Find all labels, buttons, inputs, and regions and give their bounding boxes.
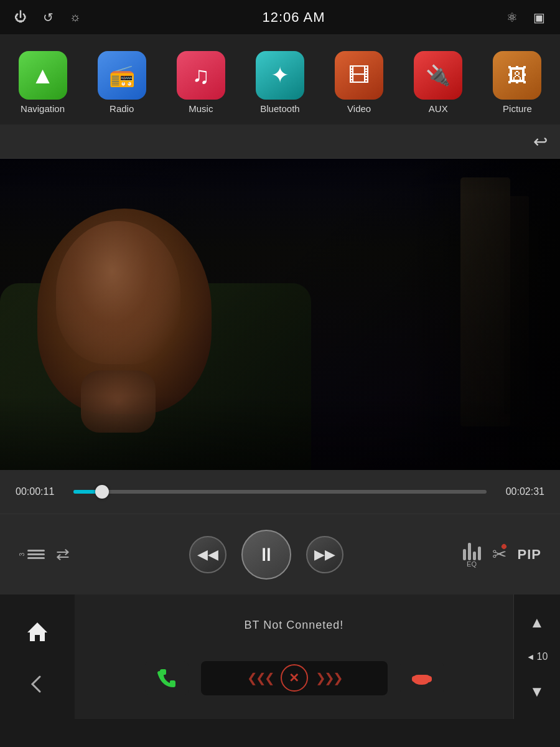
- picture-icon-box: 🖼: [493, 51, 541, 100]
- nav-label-picture: Picture: [503, 103, 532, 114]
- dial-arrows-left-icon: ❮❮❮: [247, 670, 273, 685]
- nav-label-music: Music: [189, 103, 213, 114]
- hangup-button[interactable]: [400, 661, 444, 695]
- pause-button[interactable]: ⏸: [241, 530, 291, 580]
- video-area: [0, 159, 560, 470]
- next-icon: ▶▶: [314, 547, 335, 563]
- dial-cancel-icon: ✕: [289, 670, 299, 685]
- dial-arrows-right-icon: ❯❯❯: [315, 670, 342, 685]
- video-scene: [0, 159, 560, 470]
- nav-label-navigation: Navigation: [21, 103, 65, 114]
- svg-marker-0: [27, 622, 47, 641]
- bottom-nav-left: [0, 594, 75, 719]
- video-icon-box: 🎞: [335, 51, 383, 100]
- phone-controls: ❮❮❮ ✕ ❯❯❯: [145, 661, 444, 695]
- bottom-vignette: [0, 395, 560, 470]
- home-icon: [26, 620, 49, 642]
- navigation-icon-box: ▲: [19, 51, 67, 100]
- volume-down-button[interactable]: ▼: [523, 677, 551, 705]
- bottom-bar: BT Not Conneted! ❮❮❮ ✕ ❯❯❯: [0, 594, 560, 719]
- aux-icon: 🔌: [426, 63, 450, 87]
- brightness-icon[interactable]: ☼: [66, 8, 85, 27]
- eq-label: EQ: [467, 560, 477, 568]
- bottom-center: BT Not Conneted! ❮❮❮ ✕ ❯❯❯: [75, 594, 513, 719]
- back-button[interactable]: ↩: [533, 131, 548, 152]
- nav-item-aux[interactable]: 🔌 AUX: [404, 51, 472, 114]
- nav-label-video: Video: [347, 103, 371, 114]
- volume-up-icon: ▲: [530, 614, 544, 631]
- radio-icon: 📻: [109, 63, 135, 88]
- video-icon: 🎞: [348, 63, 370, 88]
- dial-area[interactable]: ❮❮❮ ✕ ❯❯❯: [201, 661, 388, 695]
- toolbar: ↩: [0, 125, 560, 159]
- nav-bar: ▲ Navigation 📻 Radio ♫ Music ✦ Bluetooth…: [0, 34, 560, 125]
- prev-icon: ◀◀: [197, 547, 218, 563]
- nav-item-bluetooth[interactable]: ✦ Bluetooth: [246, 51, 314, 114]
- repeat-icon[interactable]: ⇄: [56, 545, 70, 564]
- next-button[interactable]: ▶▶: [306, 536, 343, 573]
- music-icon: ♫: [192, 62, 210, 89]
- controls-area: 3 ⇄ ◀◀ ⏸ ▶▶: [0, 514, 560, 594]
- status-bar: ⏻ ↺ ☼ 12:06 AM ⚛ ▣: [0, 0, 560, 34]
- pause-icon: ⏸: [257, 544, 276, 565]
- controls-left: 3 ⇄: [19, 545, 70, 564]
- nav-item-music[interactable]: ♫ Music: [167, 51, 235, 114]
- volume-value: 10: [537, 651, 548, 662]
- eq-button[interactable]: EQ: [463, 542, 481, 568]
- radio-icon-box: 📻: [98, 51, 146, 100]
- pip-button[interactable]: PIP: [518, 547, 541, 563]
- music-icon-box: ♫: [177, 51, 225, 100]
- nav-item-video[interactable]: 🎞 Video: [325, 51, 393, 114]
- power-icon[interactable]: ⏻: [11, 8, 30, 27]
- nav-label-radio: Radio: [110, 103, 134, 114]
- phone-answer-icon: [157, 668, 177, 688]
- picture-icon: 🖼: [507, 64, 527, 87]
- bluetooth-icon: ✦: [271, 62, 289, 88]
- volume-display: ◄ 10: [526, 651, 548, 662]
- navigation-icon: ▲: [31, 62, 55, 89]
- usb-icon: ⚛: [503, 8, 521, 27]
- home-button[interactable]: [21, 614, 55, 648]
- dial-cancel-button[interactable]: ✕: [281, 664, 308, 692]
- bluetooth-icon-box: ✦: [256, 51, 304, 100]
- window-icon[interactable]: ▣: [530, 8, 549, 27]
- back-nav-icon: [27, 674, 47, 694]
- clock: 12:06 AM: [263, 9, 325, 26]
- nav-item-navigation[interactable]: ▲ Navigation: [9, 51, 77, 114]
- status-icons-right: ⚛ ▣: [503, 8, 549, 27]
- refresh-icon[interactable]: ↺: [39, 8, 57, 27]
- bottom-right: ▲ ◄ 10 ▼: [513, 594, 560, 719]
- nav-label-aux: AUX: [429, 103, 448, 114]
- seekbar-thumb[interactable]: [95, 485, 109, 499]
- volume-up-button[interactable]: ▲: [523, 608, 551, 636]
- nav-item-radio[interactable]: 📻 Radio: [88, 51, 156, 114]
- prev-button[interactable]: ◀◀: [189, 536, 226, 573]
- volume-down-icon: ▼: [530, 683, 544, 700]
- aux-icon-box: 🔌: [414, 51, 462, 100]
- playlist-icon[interactable]: 3: [19, 550, 45, 559]
- controls-right: EQ ✂ PIP: [463, 542, 541, 568]
- total-time: 00:02:31: [498, 486, 544, 497]
- volume-speaker-icon: ◄: [526, 652, 535, 662]
- phone-hangup-icon: [411, 671, 432, 685]
- nav-item-picture[interactable]: 🖼 Picture: [483, 51, 551, 114]
- current-time: 00:00:11: [16, 486, 62, 497]
- status-icons-left: ⏻ ↺ ☼: [11, 8, 85, 27]
- seekbar-area: 00:00:11 00:02:31: [0, 470, 560, 514]
- no-track-button[interactable]: ✂: [492, 544, 506, 565]
- bt-status-text: BT Not Conneted!: [245, 619, 344, 632]
- top-vignette: [0, 159, 560, 196]
- controls-center: ◀◀ ⏸ ▶▶: [189, 530, 343, 580]
- back-nav-button[interactable]: [22, 669, 53, 700]
- nav-label-bluetooth: Bluetooth: [260, 103, 299, 114]
- seekbar-track[interactable]: [73, 490, 487, 494]
- svg-rect-4: [413, 675, 431, 681]
- answer-button[interactable]: [145, 661, 189, 695]
